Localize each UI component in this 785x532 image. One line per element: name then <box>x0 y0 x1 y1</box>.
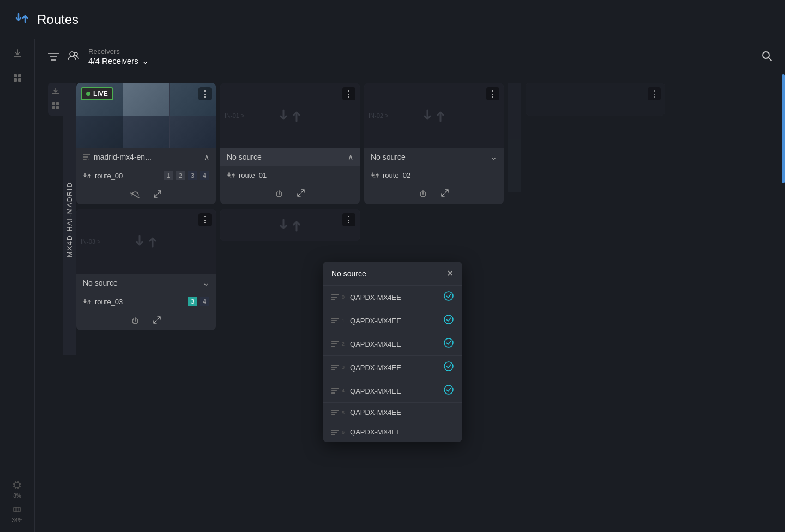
card-right-menu-btn[interactable]: ⋮ <box>648 87 661 100</box>
card-3-source-label: No source <box>83 279 118 287</box>
card-3-power-btn[interactable] <box>131 317 140 325</box>
card-2-source-label: No source <box>371 153 406 161</box>
dropdown-title: No source <box>331 269 366 278</box>
card-0-badges: 1 2 3 4 <box>164 171 209 180</box>
receivers-dropdown-icon[interactable]: ⌄ <box>142 56 149 66</box>
svg-rect-28 <box>52 106 55 109</box>
top-bar: Routes <box>0 0 785 39</box>
dropdown-item-3-name: QAPDX-MX4EE <box>350 364 438 372</box>
filter-icon[interactable] <box>48 51 59 63</box>
dropdown-item-0[interactable]: 0 QAPDX-MX4EE <box>323 286 462 309</box>
dropdown-item-6[interactable]: 6 QAPDX-MX4EE <box>323 422 462 442</box>
svg-rect-48 <box>331 343 337 344</box>
card-2-power-btn[interactable] <box>419 190 427 198</box>
card-1-source-label: No source <box>227 153 262 161</box>
svg-rect-25 <box>52 93 59 94</box>
card-2-expand-btn[interactable] <box>440 189 449 199</box>
card-1-source-bar[interactable]: No source ∧ <box>220 148 360 166</box>
dropdown-item-5-icon: 5 <box>331 410 345 415</box>
card-2-source-arrow[interactable]: ⌄ <box>491 153 497 161</box>
sidebar-download-icon[interactable] <box>12 48 23 62</box>
dropdown-item-3-icon: 3 <box>331 365 345 370</box>
dropdown-item-6-icon: 6 <box>331 430 345 435</box>
dropdown-item-0-check <box>444 291 454 303</box>
card-2-actions <box>364 184 504 203</box>
card-3-route-row: 3 route_03 3 4 <box>76 292 216 311</box>
card-right-partial: ⋮ <box>526 83 665 116</box>
svg-rect-59 <box>331 410 339 411</box>
card-0-expand-btn[interactable] <box>153 190 162 200</box>
svg-point-23 <box>763 52 769 58</box>
svg-point-21 <box>70 52 74 56</box>
device-name-strip: MX4D-HAI-MADRID <box>63 83 76 355</box>
dropdown-item-5[interactable]: 5 QAPDX-MX4EE <box>323 403 462 422</box>
dropdown-item-1-icon: 1 <box>331 318 345 323</box>
group-icon[interactable] <box>68 51 80 63</box>
sidebar-grid-icon[interactable] <box>12 72 23 86</box>
svg-rect-1 <box>14 74 17 77</box>
svg-rect-0 <box>14 56 21 57</box>
badge-2: 2 <box>176 171 185 180</box>
svg-text:0: 0 <box>86 175 88 179</box>
svg-rect-62 <box>331 430 339 431</box>
card-2-menu-btn[interactable]: ⋮ <box>486 87 499 100</box>
card-0-sync-btn[interactable] <box>130 190 140 200</box>
svg-rect-29 <box>56 106 59 109</box>
svg-text:3: 3 <box>86 301 88 305</box>
right-scrollbar[interactable] <box>782 74 785 532</box>
source-dropdown: No source ✕ 0 QAPDX-MX4EE <box>323 262 462 442</box>
svg-rect-39 <box>331 294 339 295</box>
card-3-menu-btn[interactable]: ⋮ <box>198 213 212 226</box>
card-1-route-name: route_01 <box>239 171 267 179</box>
card-1-source-arrow[interactable]: ∧ <box>348 153 353 161</box>
svg-rect-32 <box>83 159 87 160</box>
svg-rect-60 <box>331 412 337 413</box>
dropdown-close-btn[interactable]: ✕ <box>446 268 454 279</box>
svg-rect-53 <box>331 369 335 370</box>
svg-point-42 <box>444 292 453 300</box>
svg-text:2: 2 <box>373 174 376 178</box>
dropdown-item-4-icon: 4 <box>331 388 345 394</box>
svg-rect-47 <box>331 341 339 342</box>
mem-icon <box>13 505 21 516</box>
dropdown-item-3[interactable]: 3 QAPDX-MX4EE <box>323 356 462 379</box>
dropdown-header: No source ✕ <box>323 262 462 286</box>
card-3-source-bar[interactable]: No source ⌄ <box>76 274 216 292</box>
card-3-expand-btn[interactable] <box>153 316 161 326</box>
receiver-card-3: IN-03 > ⋮ No source ⌄ <box>76 209 216 330</box>
card-0-source-bar: 3 madrid-mx4-en... ∧ <box>76 148 216 166</box>
card-thumbnail-0: LIVE ⋮ <box>76 83 216 148</box>
search-icon[interactable] <box>761 50 772 64</box>
card-1-power-btn[interactable] <box>275 190 283 198</box>
dropdown-item-4-check <box>444 385 454 397</box>
card-2-source-bar[interactable]: No source ⌄ <box>364 148 504 166</box>
card-0-menu-btn[interactable]: ⋮ <box>198 87 212 100</box>
badge-3: 3 <box>188 171 197 180</box>
dropdown-item-1-name: QAPDX-MX4EE <box>350 317 438 325</box>
svg-point-50 <box>444 338 453 347</box>
card-3-badges: 3 4 <box>188 297 209 306</box>
svg-line-24 <box>769 58 771 61</box>
svg-rect-51 <box>331 365 339 366</box>
dropdown-item-1[interactable]: 1 QAPDX-MX4EE <box>323 309 462 332</box>
mem-stat: 34% <box>11 517 22 523</box>
svg-rect-2 <box>18 74 21 77</box>
svg-rect-61 <box>331 414 335 415</box>
dropdown-item-5-name: QAPDX-MX4EE <box>350 408 454 416</box>
card-3-source-arrow[interactable]: ⌄ <box>203 279 209 287</box>
card-2-route-name: route_02 <box>383 171 410 179</box>
card-1-expand-btn[interactable] <box>297 189 305 199</box>
device-section-2: ⋮ <box>508 83 669 355</box>
sub-toolbar: Receivers 4/4 Receivers ⌄ <box>35 39 785 74</box>
card-1-menu-btn[interactable]: ⋮ <box>342 87 355 100</box>
receiver-card-4-partial: ⋮ <box>220 209 360 241</box>
panel-download-icon <box>52 87 59 96</box>
dropdown-item-2[interactable]: 2 QAPDX-MX4EE <box>323 332 462 356</box>
card-4-menu-btn[interactable]: ⋮ <box>342 213 355 226</box>
live-badge: LIVE <box>81 87 113 100</box>
card-0-source-arrow[interactable]: ∧ <box>204 153 209 161</box>
svg-rect-56 <box>331 390 337 391</box>
badge-3a: 3 <box>188 297 197 306</box>
dropdown-item-4[interactable]: 4 QAPDX-MX4EE <box>323 379 462 403</box>
dropdown-item-0-name: QAPDX-MX4EE <box>350 293 438 301</box>
